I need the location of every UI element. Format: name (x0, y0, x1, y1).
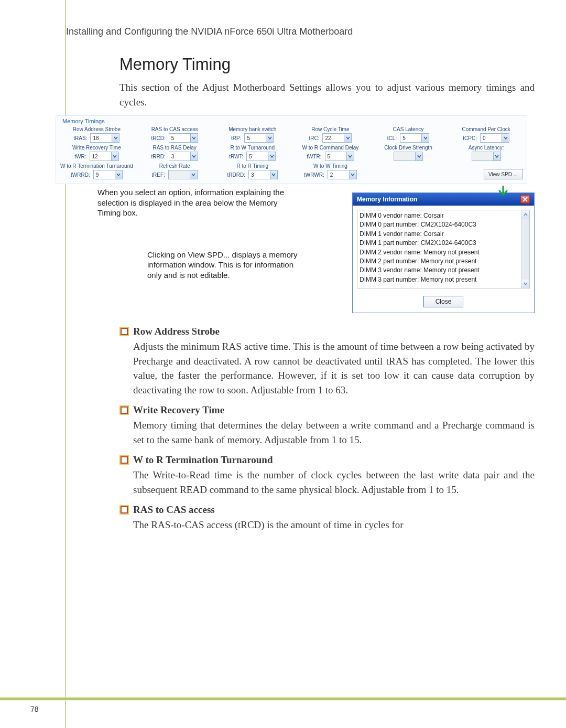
list-item: DIMM 2 part number: Memory not present (360, 257, 518, 266)
timing-select[interactable]: 0 (480, 133, 509, 143)
timing-select[interactable]: 9 (93, 170, 123, 179)
timing-select (168, 170, 198, 179)
timing-value: 18 (93, 135, 99, 141)
chevron-down-icon[interactable] (190, 134, 198, 142)
section-intro: This section of the Adjust Motherboard S… (119, 80, 535, 109)
memory-information-dialog: Memory Information DIMM 0 vendor name: C… (352, 192, 535, 313)
timing-field: W to R Termination Turnaround tWRRD: 9 (60, 163, 133, 179)
chevron-down-icon[interactable] (344, 134, 351, 142)
memory-timings-panel: Memory Timings Row Address Strobe tRAS: … (56, 115, 527, 184)
timing-select[interactable]: 22 (322, 133, 352, 143)
definition-title: Row Address Strobe (133, 326, 220, 337)
timing-caption: W to R Termination Turnaround (60, 163, 133, 169)
timing-label: tREF: (151, 172, 165, 178)
timing-select[interactable]: 3 (248, 170, 278, 179)
section-title: Memory Timing (119, 55, 535, 74)
chevron-down-icon[interactable] (502, 134, 509, 142)
timing-label: tRDRD: (227, 172, 245, 178)
definition-title: Write Recovery Time (133, 404, 224, 416)
definition-item: RAS to CAS access The RAS-to-CAS access … (121, 504, 535, 532)
footer-gradient (0, 697, 566, 701)
timing-select (394, 152, 423, 161)
timing-field: Row Cycle Time tRC: 22 (294, 126, 367, 143)
chevron-down-icon[interactable] (493, 152, 500, 160)
timing-label: tWRRD: (71, 172, 90, 178)
chevron-down-icon[interactable] (111, 152, 118, 160)
timing-label: tWRWR: (304, 172, 324, 178)
page-number: 78 (30, 705, 39, 713)
chevron-down-icon[interactable] (112, 134, 119, 142)
chevron-down-icon[interactable] (115, 170, 122, 179)
list-item: DIMM 0 part number: CM2X1024-6400C3 (360, 220, 518, 229)
timing-label: tRC: (309, 135, 319, 141)
scrollbar[interactable] (521, 210, 529, 288)
timing-select[interactable]: 3 (169, 152, 198, 161)
timing-select[interactable]: 5 (244, 133, 274, 143)
chevron-down-icon[interactable] (190, 152, 198, 160)
timing-value: 0 (483, 135, 486, 141)
arrow-down-icon (497, 186, 509, 197)
chevron-down-icon[interactable] (421, 134, 429, 142)
close-button[interactable]: Close (423, 296, 464, 307)
timing-label: tRP: (231, 135, 241, 141)
timing-value: 5 (249, 154, 252, 159)
definition-item: Row Address Strobe Adjusts the minimum R… (121, 326, 535, 397)
timing-select[interactable]: 5 (400, 133, 429, 143)
timing-field: Write Recovery Time tWR: 12 (60, 145, 133, 161)
list-item: DIMM 3 vendor name: Memory not present (360, 266, 518, 275)
timing-value: 5 (402, 135, 406, 141)
memory-information-list: DIMM 0 vendor name: CorsairDIMM 0 part n… (357, 210, 530, 288)
definition-item: Write Recovery Time Memory timing that d… (121, 404, 535, 447)
view-spd-button[interactable]: View SPD ... (484, 169, 523, 179)
timing-caption: Memory bank switch (228, 126, 276, 132)
timing-caption: Row Address Strobe (73, 126, 121, 132)
timing-caption: R to R Timing (236, 163, 268, 169)
timing-label: tRCD: (151, 135, 165, 141)
chevron-down-icon[interactable] (268, 152, 275, 160)
timing-field: Row Address Strobe tRAS: 18 (60, 126, 133, 143)
close-icon[interactable] (520, 195, 530, 204)
breadcrumb: Installing and Configuring the NVIDIA nF… (66, 26, 535, 37)
timing-caption: CAS Latency (393, 126, 423, 132)
timing-select[interactable]: 12 (90, 152, 119, 161)
timing-select[interactable]: 18 (90, 133, 119, 143)
definition-title: W to R Termination Turnaround (133, 454, 273, 466)
list-item: DIMM 2 vendor name: Memory not present (360, 248, 518, 257)
timing-select[interactable]: 5 (325, 152, 354, 161)
timing-value: 5 (328, 154, 331, 159)
timing-value: 3 (251, 172, 254, 178)
timing-field: R to W Turnaround tRWT: 5 (216, 145, 289, 161)
timing-field: CAS Latency tCL: 5 (372, 126, 445, 143)
timing-select[interactable]: 5 (169, 133, 198, 143)
timing-field: Memory bank switch tRP: 5 (216, 126, 289, 143)
definition-body: Memory timing that determines the delay … (133, 418, 535, 447)
list-item: DIMM 3 part number: Memory not present (360, 275, 518, 284)
chevron-down-icon[interactable] (415, 152, 422, 160)
chevron-down-icon[interactable] (266, 134, 273, 142)
bullet-icon (121, 328, 128, 335)
timing-value: 12 (92, 154, 98, 159)
timing-label: tRAS: (73, 135, 87, 141)
timing-caption: Clock Drive Strength (384, 145, 432, 151)
timing-caption: RAS to RAS Delay (153, 145, 196, 151)
timing-select[interactable]: 2 (328, 170, 357, 179)
timing-label: tWTR: (307, 154, 321, 159)
list-item: DIMM 0 vendor name: Corsair (360, 211, 518, 220)
chevron-down-icon[interactable] (521, 280, 529, 288)
timing-caption: RAS to CAS access (151, 126, 198, 132)
definition-body: The RAS-to-CAS access (tRCD) is the amou… (133, 518, 535, 532)
chevron-down-icon[interactable] (349, 170, 356, 179)
chevron-down-icon[interactable] (190, 170, 197, 179)
timing-label: tCL: (387, 135, 397, 141)
timing-value: 2 (330, 172, 333, 178)
definition-body: Adjusts the minimum RAS active time. Thi… (133, 339, 535, 397)
timing-field: RAS to CAS access tRCD: 5 (138, 126, 211, 143)
chevron-up-icon[interactable] (521, 210, 529, 219)
chevron-down-icon[interactable] (346, 152, 354, 160)
timing-label: tRWT: (229, 154, 243, 159)
timing-value: 3 (171, 154, 175, 159)
chevron-down-icon[interactable] (270, 170, 277, 179)
timing-caption: W to W Timing (313, 163, 347, 169)
timing-select[interactable]: 5 (246, 152, 276, 161)
timing-caption: Row Cycle Time (311, 126, 349, 132)
